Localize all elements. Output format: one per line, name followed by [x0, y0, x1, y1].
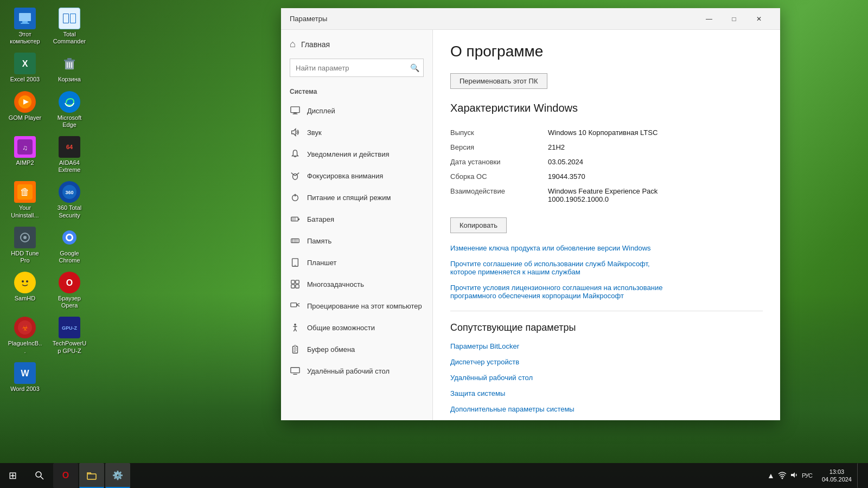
close-button[interactable]: ✕	[746, 8, 771, 30]
sidebar-item-tablet[interactable]: Планшет	[281, 252, 432, 273]
sidebar-item-power[interactable]: Питание и спящий режим	[281, 187, 432, 208]
icon-aida64[interactable]: 64 AIDA64 Extreme	[50, 134, 89, 176]
tray-network[interactable]	[778, 471, 787, 481]
sidebar-item-accessibility[interactable]: Общие возможности	[281, 317, 432, 338]
svg-point-33	[22, 280, 24, 282]
label-build: Сборка ОС	[450, 172, 548, 181]
accessibility-icon	[290, 322, 301, 333]
svg-text:O: O	[66, 278, 73, 287]
taskbar-settings[interactable]: ⚙️	[105, 463, 130, 488]
value-install-date: 03.05.2024	[548, 158, 583, 166]
icon-hdd-tune[interactable]: HDD Tune Pro	[5, 224, 44, 266]
tray-language[interactable]: РУС	[802, 472, 812, 479]
icon-microsoft-edge[interactable]: Microsoft Edge	[50, 89, 89, 131]
svg-point-79	[36, 472, 41, 477]
search-box[interactable]: 🔍	[290, 59, 424, 77]
sidebar-home[interactable]: ⌂ Главная	[281, 30, 432, 54]
taskbar-file-explorer[interactable]	[79, 463, 104, 488]
icon-360-security-label: 360 Total Security	[52, 204, 87, 219]
link-change-key[interactable]: Изменение ключа продукта или обновление …	[450, 244, 763, 252]
sidebar-item-project[interactable]: Проецирование на этот компьютер	[281, 295, 432, 317]
link-remote-desktop[interactable]: Удалённый рабочий стол	[450, 374, 763, 382]
desktop: Этот компьютер Total Commander X Excel 2…	[0, 0, 868, 488]
svg-rect-43	[291, 107, 299, 113]
sidebar-item-memory[interactable]: Память	[281, 230, 432, 252]
icon-360-security[interactable]: 360 360 Total Security	[50, 179, 89, 221]
minimize-button[interactable]: —	[697, 8, 722, 30]
power-icon	[290, 192, 301, 203]
link-advanced-system[interactable]: Дополнительные параметры системы	[450, 405, 763, 413]
svg-rect-64	[291, 303, 297, 307]
svg-rect-52	[292, 217, 296, 220]
multitask-icon	[290, 279, 301, 290]
show-desktop-button[interactable]	[857, 463, 864, 488]
label-experience: Взаимодействие	[450, 187, 548, 203]
icon-total-commander[interactable]: Total Commander	[50, 5, 89, 47]
icon-google-chrome[interactable]: Google Chrome	[50, 224, 89, 266]
value-edition: Windows 10 Корпоративная LTSC	[548, 129, 658, 137]
start-button[interactable]: ⊞	[0, 463, 25, 488]
icon-techpowerup-label: TechPowerUp GPU-Z	[52, 340, 87, 354]
clipboard-icon	[290, 344, 301, 355]
svg-rect-45	[293, 113, 298, 114]
sidebar-item-sound-label: Звук	[307, 129, 322, 137]
taskbar-opera[interactable]: O	[53, 463, 78, 488]
copy-button[interactable]: Копировать	[450, 217, 507, 233]
icon-aimp2[interactable]: ♫ AIMP2	[5, 134, 44, 176]
svg-point-28	[23, 236, 27, 239]
icon-google-chrome-label: Google Chrome	[52, 250, 87, 264]
sidebar-item-remote-desktop[interactable]: Удалённый рабочий стол	[281, 360, 432, 382]
focus-icon	[290, 170, 301, 181]
sidebar-item-notifications[interactable]: Уведомления и действия	[281, 143, 432, 165]
svg-rect-53	[291, 239, 299, 242]
icon-plague-inc-label: PlagueIncB...	[8, 340, 42, 354]
icon-my-computer-label: Этот компьютер	[8, 31, 42, 45]
svg-marker-83	[791, 472, 795, 478]
link-system-protection[interactable]: Защита системы	[450, 389, 763, 397]
memory-icon	[290, 235, 301, 246]
svg-line-71	[295, 329, 297, 332]
icon-techpowerup[interactable]: GPU-Z TechPowerUp GPU-Z	[50, 314, 89, 356]
related-links-section: Параметры BitLocker Диспетчер устройств …	[450, 342, 763, 413]
icon-your-uninstaller[interactable]: 🗑 Your Uninstall...	[5, 179, 44, 221]
taskbar-clock[interactable]: 13:03 04.05.2024	[819, 467, 855, 485]
icon-total-commander-label: Total Commander	[52, 31, 87, 45]
value-build: 19044.3570	[548, 172, 585, 181]
icon-excel-2003-label: Excel 2003	[10, 76, 40, 83]
icon-excel-2003[interactable]: X Excel 2003	[5, 50, 44, 85]
sidebar-item-focus[interactable]: Фокусировка внимания	[281, 165, 432, 187]
sidebar-item-sound[interactable]: Звук	[281, 121, 432, 143]
sidebar-home-label[interactable]: Главная	[301, 40, 330, 49]
tray-up-arrow[interactable]: ▲	[767, 471, 775, 480]
search-input[interactable]	[290, 59, 424, 77]
svg-text:64: 64	[66, 144, 73, 150]
project-icon	[290, 300, 301, 311]
info-row-version: Версия 21H2	[450, 140, 763, 155]
icon-opera[interactable]: O Браузер Opera	[50, 269, 89, 311]
link-license[interactable]: Прочтите условия лицензионного соглашени…	[450, 284, 763, 300]
sidebar-item-battery[interactable]: Батарея	[281, 208, 432, 230]
label-version: Версия	[450, 143, 548, 151]
svg-point-32	[18, 275, 32, 290]
sidebar-item-multitask[interactable]: Многозадачность	[281, 273, 432, 295]
icon-my-computer[interactable]: Этот компьютер	[5, 5, 44, 47]
icon-gom-player[interactable]: GOM Player	[5, 89, 44, 131]
rename-pc-button[interactable]: Переименовать этот ПК	[450, 73, 547, 89]
icon-sam-hd[interactable]: SamHD	[5, 269, 44, 311]
window-body: ⌂ Главная 🔍 Система Дисплей	[281, 30, 780, 420]
remote-desktop-icon	[290, 365, 301, 376]
link-bitlocker[interactable]: Параметры BitLocker	[450, 342, 763, 350]
icon-recycle-bin[interactable]: Корзина	[50, 50, 89, 85]
link-device-manager[interactable]: Диспетчер устройств	[450, 358, 763, 366]
svg-rect-1	[22, 21, 28, 23]
icon-word-2003[interactable]: W Word 2003	[5, 360, 44, 395]
icon-plague-inc[interactable]: ☣ PlagueIncB...	[5, 314, 44, 356]
page-title: О программе	[450, 43, 763, 60]
svg-text:♫: ♫	[22, 144, 28, 152]
tray-sound[interactable]	[790, 471, 799, 481]
sidebar-item-display[interactable]: Дисплей	[281, 100, 432, 121]
taskbar-search[interactable]	[27, 463, 52, 488]
link-microsoft-terms[interactable]: Прочтите соглашение об использовании слу…	[450, 260, 763, 276]
maximize-button[interactable]: □	[722, 8, 746, 30]
sidebar-item-clipboard[interactable]: Буфер обмена	[281, 338, 432, 360]
